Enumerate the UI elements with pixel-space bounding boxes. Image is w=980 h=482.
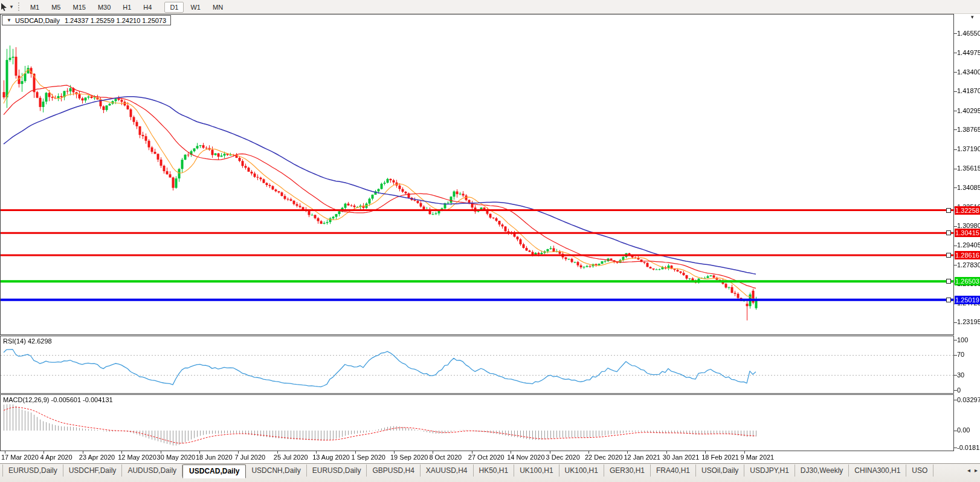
hline-handle[interactable] (946, 208, 951, 213)
date-axis-label: 9 Mar 2021 (741, 454, 775, 461)
symbol-tabs: EURUSD,DailyUSDCHF,DailyAUDUSD,DailyUSDC… (0, 464, 958, 478)
timeframe-button-m30[interactable]: M30 (92, 2, 116, 13)
date-axis-label: 12 Jan 2021 (624, 454, 660, 461)
toolbar: ▼ M1M5M15M30H1H4D1W1MN (0, 0, 980, 14)
price-axis-tick-label: 1.23195 (957, 318, 980, 325)
date-axis-label: 1 Sep 2020 (352, 454, 385, 461)
hline-handle[interactable] (946, 279, 951, 284)
rsi-axis-tick-label: 30 (957, 371, 964, 379)
macd-indicator-label: MACD(12,26,9) -0.005601 -0.004131 (3, 396, 113, 403)
tab-uk100-h1[interactable]: UK100,H1 (514, 464, 559, 477)
tab-ger30-h1[interactable]: GER30,H1 (604, 464, 651, 477)
date-axis-label: 12 May 2020 (118, 454, 156, 461)
price-axis-tick-label: 1.40295 (957, 107, 980, 114)
tab-usdcnh-daily[interactable]: USDCNH,Daily (246, 464, 306, 477)
rsi-axis-tick-label: 100 (957, 336, 968, 344)
timeframe-button-m1[interactable]: M1 (25, 2, 45, 13)
timeframe-button-h4[interactable]: H4 (138, 2, 157, 13)
date-axis-label: 14 Nov 2020 (507, 454, 544, 461)
price-chart-canvas[interactable] (0, 0, 980, 482)
date-axis-label: 3 Dec 2020 (546, 454, 580, 461)
cursor-tool-icon[interactable]: ▼ (0, 1, 16, 13)
axis-price-badge: 1.26503 (955, 277, 980, 285)
dropdown-caret-icon: ▼ (9, 4, 14, 10)
chart-ohlc-values: 1.24337 1.25259 1.24210 1.25073 (65, 17, 166, 24)
price-axis-tick-label: 1.29405 (957, 241, 980, 249)
date-axis-label: 30 May 2020 (157, 454, 196, 461)
chart-title-box[interactable]: ▼ USDCAD,Daily 1.24337 1.25259 1.24210 1… (2, 15, 171, 25)
price-axis-tick-label: 1.27830 (957, 261, 980, 269)
chart-shift-marker[interactable]: ▾ (971, 14, 974, 20)
tab-dj30-weekly[interactable]: DJ30,Weekly (795, 464, 849, 477)
timeframe-button-w1[interactable]: W1 (185, 2, 206, 13)
date-axis-label: 25 Jul 2020 (274, 454, 308, 461)
tab-china300-h1[interactable]: CHINA300,H1 (849, 464, 906, 477)
date-axis-label: 19 Sep 2020 (390, 454, 428, 461)
rsi-axis-tick-label: 0 (957, 386, 961, 394)
tab-uso[interactable]: USO (906, 464, 933, 477)
date-axis-label: 7 Jul 2020 (234, 454, 265, 461)
tab-usdchf-daily[interactable]: USDCHF,Daily (63, 464, 123, 477)
tab-eurusd-daily[interactable]: EURUSD,Daily (2, 464, 63, 477)
timeframe-button-h1[interactable]: H1 (117, 2, 137, 13)
axis-price-badge: 1.30415 (955, 229, 980, 237)
price-axis-tick-label: 1.35615 (957, 164, 980, 172)
tab-usdcad-daily[interactable]: USDCAD,Daily (182, 464, 246, 478)
macd-axis-tick-label: 0.00 (957, 426, 970, 434)
tab-fra40-h1[interactable]: FRA40,H1 (651, 464, 696, 477)
price-axis-tick-label: 1.38765 (957, 126, 980, 133)
rsi-axis-tick-label: 70 (957, 351, 964, 358)
date-axis-label: 4 Apr 2020 (40, 454, 72, 461)
toolbar-grip[interactable] (18, 2, 19, 11)
chart-dropdown-icon: ▼ (7, 18, 11, 23)
axis-price-badge: 1.28616 (955, 251, 980, 259)
macd-axis-tick-label: 0.032972 (957, 396, 980, 403)
tab-usdjpy-h1[interactable]: USDJPY,H1 (744, 464, 795, 477)
date-axis-label: 18 Feb 2021 (701, 454, 739, 461)
timeframe-toolbar: M1M5M15M30H1H4D1W1MN (24, 1, 229, 12)
chart-symbol-label: USDCAD,Daily (15, 17, 60, 24)
tab-eurusd-daily[interactable]: EURUSD,Daily (307, 464, 367, 477)
tab-xauusd-h4[interactable]: XAUUSD,H4 (421, 464, 474, 477)
date-axis-label: 13 Aug 2020 (312, 454, 350, 461)
price-axis-tick-label: 1.43400 (957, 68, 980, 76)
tab-uk100-h1[interactable]: UK100,H1 (559, 464, 604, 477)
axis-price-badge: 1.32258 (955, 206, 980, 215)
date-axis-label: 22 Dec 2020 (585, 454, 622, 461)
tab-usoil-daily[interactable]: USOil,Daily (696, 464, 744, 477)
price-axis-tick-label: 1.41870 (957, 87, 980, 94)
tab-audusd-daily[interactable]: AUDUSD,Daily (122, 464, 182, 477)
date-axis-label: 23 Apr 2020 (79, 454, 115, 461)
macd-axis-tick-label: -0.018154 (957, 444, 980, 451)
price-axis-tick-label: 1.46550 (957, 30, 980, 37)
cursor-arrow-icon (0, 2, 8, 11)
tab-gbpusd-h4[interactable]: GBPUSD,H4 (367, 464, 420, 477)
date-axis-label: 30 Jan 2021 (663, 454, 700, 461)
hline-handle[interactable] (946, 298, 951, 302)
date-axis-label: 18 Jun 2020 (196, 454, 233, 461)
date-axis-label: 27 Oct 2020 (468, 454, 505, 461)
date-axis-label: 17 Mar 2020 (1, 454, 39, 461)
tab-hk50-h1[interactable]: HK50,H1 (474, 464, 515, 477)
scroll-tabs-left-icon[interactable]: ◂ (967, 467, 970, 474)
rsi-indicator-label: RSI(14) 42.6298 (3, 337, 52, 345)
timeframe-button-m15[interactable]: M15 (67, 2, 91, 13)
axis-price-badge: 1.25019 (955, 296, 980, 304)
timeframe-button-d1[interactable]: D1 (164, 2, 184, 13)
timeframe-button-m5[interactable]: M5 (46, 2, 66, 13)
price-axis-tick-label: 1.34085 (957, 184, 980, 191)
hline-handle[interactable] (946, 253, 951, 258)
scroll-tabs-right-icon[interactable]: ▸ (975, 467, 978, 474)
price-axis-tick-label: 1.37190 (957, 145, 980, 152)
tab-scroll-controls: ◂ ▸ (967, 467, 978, 474)
hline-handle[interactable] (946, 230, 951, 235)
symbol-tab-bar: EURUSD,DailyUSDCHF,DailyAUDUSD,DailyUSDC… (0, 463, 980, 482)
timeframe-button-mn[interactable]: MN (207, 2, 228, 13)
date-axis-label: 8 Oct 2020 (429, 454, 462, 461)
price-axis-tick-label: 1.44975 (957, 49, 980, 56)
